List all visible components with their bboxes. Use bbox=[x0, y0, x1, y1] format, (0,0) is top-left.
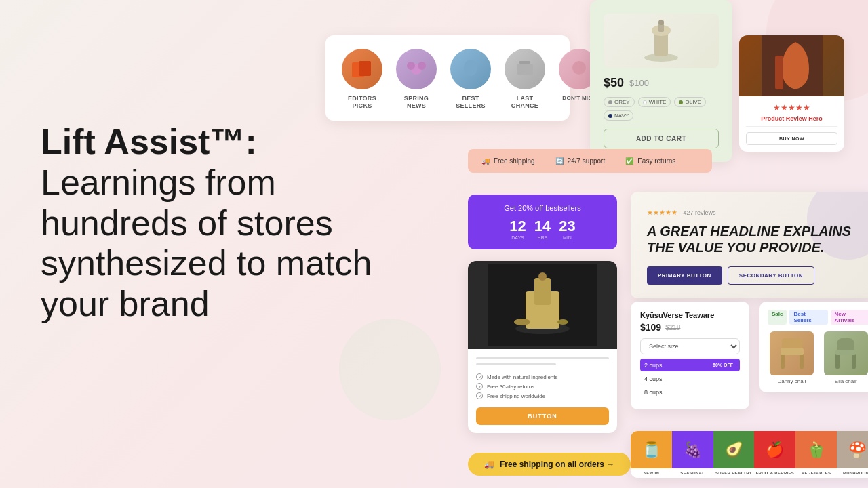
hero-banner-card: ★★★★★ 427 reviews A GREAT HEADLINE EXPLA… bbox=[631, 192, 868, 298]
food-item-fruit[interactable]: 🍎 FRUIT & BERRIES bbox=[754, 431, 795, 478]
svg-point-22 bbox=[557, 319, 568, 325]
category-circle-spring bbox=[396, 49, 437, 89]
chair-item-ella[interactable]: Ella chair bbox=[822, 331, 869, 384]
chair-item-danny[interactable]: Danny chair bbox=[768, 331, 816, 384]
support-icon: 🔄 bbox=[555, 157, 564, 165]
food-label-veg: VEGETABLES bbox=[795, 468, 837, 478]
title-line bbox=[476, 357, 609, 359]
ui-grid: EDITORS PICKS SPRING NEWS BEST SELLERS L… bbox=[448, 0, 868, 488]
color-chip-grey[interactable]: GREY bbox=[604, 97, 635, 107]
buy-now-button[interactable]: BUY NOW bbox=[746, 132, 837, 145]
countdown-mins: 23 MIN bbox=[559, 219, 575, 240]
food-item-seasonal[interactable]: 🍇 SEASONAL bbox=[672, 431, 713, 478]
svg-rect-30 bbox=[835, 350, 856, 355]
product-price-card: $50 $100 GREY WHITE OLIVE NAVY ADD TO CA… bbox=[590, 0, 732, 162]
tag-sale[interactable]: Sale bbox=[768, 310, 787, 325]
category-label-lastchance: LAST CHANCE bbox=[505, 95, 545, 110]
support-label: 24/7 support bbox=[568, 157, 606, 165]
color-dot-grey bbox=[608, 100, 612, 104]
feature-label-shipping: Free shipping worldwide bbox=[487, 393, 545, 399]
food-item-mushrooms[interactable]: 🍄 MUSHROOMS bbox=[837, 431, 868, 478]
chair-image-danny bbox=[770, 331, 814, 375]
countdown-days: 12 DAYS bbox=[509, 219, 526, 240]
teaware-option-row-2cups[interactable]: 2 cups 60% OFF bbox=[640, 359, 740, 371]
color-dot-white bbox=[643, 100, 647, 104]
shipping-item-free: 🚚 Free shipping bbox=[481, 157, 535, 165]
food-label-healthy: SUPER HEALTHY bbox=[713, 468, 755, 478]
tag-newarrivals[interactable]: New Arrivals bbox=[831, 310, 868, 325]
hero-section: Lift Assist™: Learnings from hundreds of… bbox=[41, 122, 414, 325]
hero-secondary-button[interactable]: SECONDARY BUTTON bbox=[728, 266, 814, 285]
teaware-price-current: $109 bbox=[640, 322, 661, 333]
teaware-option-row-8cups[interactable]: 8 cups bbox=[640, 386, 740, 399]
days-label: DAYS bbox=[511, 235, 524, 240]
chairs-tags: Sale Best Sellers New Arrivals bbox=[768, 310, 868, 325]
food-item-newin[interactable]: 🫙 NEW IN bbox=[631, 431, 672, 478]
category-item-spring[interactable]: SPRING NEWS bbox=[396, 49, 437, 110]
discount-badge: 60% OFF bbox=[710, 361, 736, 369]
chairs-grid: Danny chair Ella chair bbox=[768, 331, 868, 384]
food-img-fruit: 🍎 bbox=[754, 431, 795, 468]
chair-label-danny: Danny chair bbox=[777, 378, 806, 384]
food-img-veg: 🫑 bbox=[795, 431, 837, 468]
category-item-editors[interactable]: EDITORS PICKS bbox=[342, 49, 382, 110]
category-circle-editors bbox=[342, 49, 382, 89]
teaware-price-row: $109 $218 bbox=[640, 322, 740, 333]
food-img-newin: 🫙 bbox=[631, 431, 672, 468]
subtitle-line bbox=[476, 363, 556, 365]
food-label-mushrooms: MUSHROOMS bbox=[837, 468, 868, 478]
food-item-veg[interactable]: 🫑 VEGETABLES bbox=[795, 431, 837, 478]
food-grid-card: 🫙 NEW IN 🍇 SEASONAL 🥑 SUPER HEALTHY 🍎 FR… bbox=[631, 431, 868, 478]
food-img-seasonal: 🍇 bbox=[672, 431, 713, 468]
shipping-item-support: 🔄 24/7 support bbox=[555, 157, 606, 165]
product-image bbox=[604, 14, 719, 68]
review-hero-card: ★★★★★ Product Review Hero BUY NOW bbox=[739, 35, 844, 152]
teaware-option-row-4cups[interactable]: 4 cups bbox=[640, 373, 740, 385]
countdown-card: Get 20% off bestsellers 12 DAYS 14 HRS 2… bbox=[468, 195, 617, 249]
color-dot-navy bbox=[608, 114, 612, 118]
shipping-icon: 🚚 bbox=[481, 157, 490, 165]
tag-bestsellers[interactable]: Best Sellers bbox=[789, 310, 827, 325]
color-chip-olive[interactable]: OLIVE bbox=[674, 97, 706, 107]
svg-point-20 bbox=[538, 272, 547, 281]
product-detail-card: ✓ Made with natural ingredients ✓ Free 3… bbox=[468, 261, 617, 433]
review-hero-body: ★★★★★ Product Review Hero BUY NOW bbox=[739, 96, 844, 152]
svg-rect-26 bbox=[781, 348, 804, 355]
food-label-newin: NEW IN bbox=[631, 468, 672, 478]
food-item-healthy[interactable]: 🥑 SUPER HEALTHY bbox=[713, 431, 755, 478]
free-shipping-footer[interactable]: 🚚 Free shipping on all orders → bbox=[468, 453, 631, 476]
price-current: $50 bbox=[604, 76, 624, 90]
countdown-numbers: 12 DAYS 14 HRS 23 MIN bbox=[481, 219, 604, 240]
chair-image-ella bbox=[824, 331, 868, 375]
color-chip-navy[interactable]: NAVY bbox=[604, 110, 633, 121]
review-hero-title: Product Review Hero bbox=[746, 115, 837, 122]
product-detail-body: ✓ Made with natural ingredients ✓ Free 3… bbox=[468, 349, 617, 433]
color-chip-white[interactable]: WHITE bbox=[638, 97, 671, 107]
product-detail-image bbox=[468, 261, 617, 349]
mins-value: 23 bbox=[559, 219, 575, 234]
svg-point-13 bbox=[658, 20, 664, 25]
hero-banner-review-count: 427 reviews bbox=[683, 209, 715, 216]
stars-display: ★★★★★ bbox=[746, 103, 837, 113]
category-item-bestsellers[interactable]: BEST SELLERS bbox=[450, 49, 491, 110]
teaware-card: KyūsuVerse Teaware $109 $218 Select size… bbox=[631, 302, 749, 409]
divider bbox=[746, 126, 837, 127]
food-label-seasonal: SEASONAL bbox=[672, 468, 713, 478]
review-hero-image bbox=[739, 35, 844, 96]
free-shipping-label: Free shipping on all orders → bbox=[500, 460, 614, 469]
hero-primary-button[interactable]: PRIMARY BUTTON bbox=[647, 266, 722, 285]
product-cta-button[interactable]: BUTTON bbox=[476, 407, 609, 425]
category-label-spring: SPRING NEWS bbox=[396, 95, 437, 110]
svg-point-5 bbox=[464, 60, 477, 76]
feature-natural: ✓ Made with natural ingredients bbox=[476, 373, 609, 380]
food-label-fruit: FRUIT & BERRIES bbox=[754, 468, 795, 478]
svg-rect-19 bbox=[534, 278, 551, 305]
teaware-size-select[interactable]: Select size 2 cups 4 cups 8 cups bbox=[640, 338, 740, 354]
truck-icon: 🚚 bbox=[484, 460, 494, 469]
add-to-cart-button[interactable]: ADD TO CART bbox=[604, 129, 719, 148]
hero-banner-headline: A GREAT HEADLINE EXPLAINSTHE VALUE YOU P… bbox=[647, 223, 859, 256]
hero-title: Lift Assist™: Learnings from hundreds of… bbox=[41, 122, 414, 325]
days-value: 12 bbox=[509, 219, 526, 234]
countdown-title: Get 20% off bestsellers bbox=[481, 204, 604, 212]
category-item-lastchance[interactable]: LAST CHANCE bbox=[505, 49, 545, 110]
